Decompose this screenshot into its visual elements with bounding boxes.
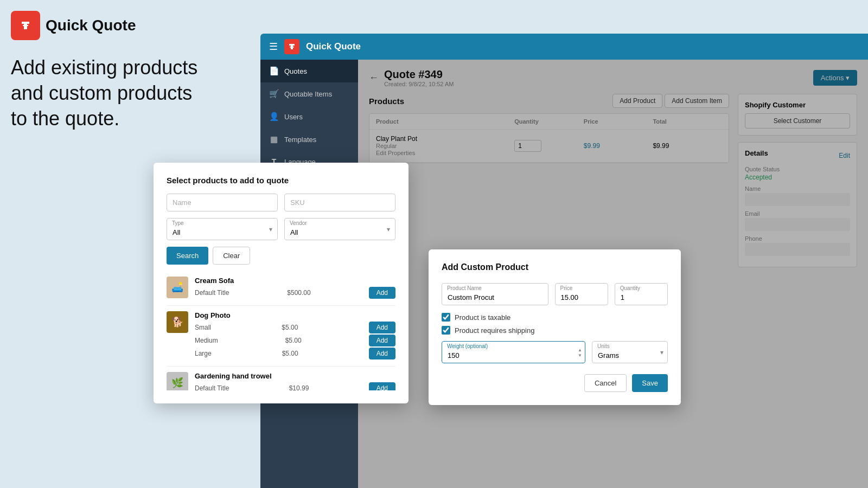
variant-row: Default Title $10.99 Add: [195, 382, 395, 390]
cancel-button[interactable]: Cancel: [584, 374, 627, 392]
product-name-field: Product Name: [442, 283, 548, 305]
clear-button[interactable]: Clear: [213, 247, 250, 265]
list-item: 🛋️ Cream Sofa Default Title $500.00 Add: [167, 271, 395, 306]
brand-tagline: Add existing products and custom product…: [11, 55, 197, 131]
variant-row-small: Small $5.00 Add: [195, 322, 395, 333]
variant-price: $5.00: [282, 324, 298, 331]
vendor-label: Vendor: [290, 220, 307, 226]
sidebar-item-label: Quotes: [284, 67, 307, 75]
custom-modal-title: Add Custom Product: [442, 262, 668, 272]
units-field: Units Grams Kilograms Pounds Ounces ▾: [592, 341, 668, 363]
list-item: 🐕 Dog Photo Small $5.00 Add Medium $5.00…: [167, 306, 395, 367]
weight-row: Weight (optional) ▲ ▼ Units Grams Kilogr…: [442, 341, 668, 363]
add-custom-product-modal: Add Custom Product Product Name Price Qu…: [429, 249, 681, 405]
taxable-checkbox-row: Product is taxable: [442, 313, 668, 322]
units-label: Units: [597, 343, 610, 349]
price-input[interactable]: [555, 283, 608, 305]
search-buttons-row: Search Clear: [167, 247, 395, 265]
add-small-button[interactable]: Add: [369, 322, 395, 333]
variant-row-large: Large $5.00 Add: [195, 348, 395, 359]
sku-input[interactable]: [284, 194, 395, 211]
product-thumbnail: 🌿: [167, 372, 188, 390]
search-form-row-1: [167, 194, 395, 211]
quantity-field: Quantity: [615, 283, 668, 305]
variant-name: Default Title: [195, 289, 229, 297]
svg-rect-1: [23, 25, 28, 26]
taxable-label: Product is taxable: [455, 313, 510, 322]
shipping-checkbox-row: Product requires shipping: [442, 326, 668, 335]
product-name-input[interactable]: [442, 283, 548, 305]
weight-arrows: ▲ ▼: [578, 347, 582, 357]
modal-footer: Cancel Save: [442, 374, 668, 392]
variant-name: Large: [195, 350, 212, 357]
sidebar-item-templates[interactable]: ▦ Templates: [260, 128, 358, 151]
sidebar-item-quotable-items[interactable]: 🛒 Quotable Items: [260, 82, 358, 105]
add-large-button[interactable]: Add: [369, 348, 395, 359]
brand-title: Quick Quote: [46, 17, 136, 34]
requires-shipping-label: Product requires shipping: [455, 326, 534, 335]
custom-form-row-1: Product Name Price Quantity: [442, 283, 668, 305]
product-info: Cream Sofa Default Title $500.00 Add: [195, 277, 395, 300]
search-button[interactable]: Search: [167, 247, 208, 265]
brand-icon: [11, 11, 40, 40]
variant-name: Small: [195, 324, 211, 331]
brand-area: Quick Quote Add existing products and cu…: [11, 11, 197, 131]
variant-name: Medium: [195, 337, 218, 344]
type-label: Type: [172, 220, 184, 226]
variant-row: Default Title $500.00 Add: [195, 287, 395, 299]
vendor-select-wrap: Vendor All ▾: [284, 218, 395, 240]
product-thumbnail: 🛋️: [167, 277, 188, 298]
search-form-row-2: Type All ▾ Vendor All ▾: [167, 218, 395, 240]
product-list: 🛋️ Cream Sofa Default Title $500.00 Add …: [167, 271, 395, 390]
taxable-checkbox[interactable]: [442, 313, 450, 322]
brand-logo: Quick Quote: [11, 11, 197, 40]
templates-icon: ▦: [269, 134, 279, 144]
svg-rect-3: [290, 47, 294, 48]
save-button[interactable]: Save: [632, 374, 668, 392]
product-info: Gardening hand trowel Default Title $10.…: [195, 372, 395, 390]
variant-price: $5.00: [285, 337, 302, 344]
weight-label: Weight (optional): [447, 343, 488, 349]
name-field-wrap: [167, 194, 278, 211]
variant-price: $500.00: [287, 289, 310, 297]
variant-price: $10.99: [289, 384, 309, 390]
list-item: 🌿 Gardening hand trowel Default Title $1…: [167, 367, 395, 390]
quotes-icon: 📄: [269, 66, 279, 76]
name-input[interactable]: [167, 194, 278, 211]
hamburger-icon[interactable]: ☰: [269, 41, 278, 53]
weight-field: Weight (optional) ▲ ▼: [442, 341, 585, 363]
sidebar-item-quotes[interactable]: 📄 Quotes: [260, 60, 358, 82]
variant-name: Default Title: [195, 384, 229, 390]
product-list-name: Dog Photo: [195, 311, 395, 319]
price-field: Price: [555, 283, 608, 305]
add-trowel-button[interactable]: Add: [369, 382, 395, 390]
variant-price: $5.00: [282, 350, 298, 357]
product-list-name: Cream Sofa: [195, 277, 395, 285]
variant-row-medium: Medium $5.00 Add: [195, 335, 395, 346]
type-select-wrap: Type All ▾: [167, 218, 278, 240]
add-medium-button[interactable]: Add: [369, 335, 395, 346]
quantity-input[interactable]: [615, 283, 668, 305]
sidebar-item-label: Templates: [284, 136, 316, 144]
product-list-name: Gardening hand trowel: [195, 372, 395, 380]
header-logo: [284, 39, 299, 54]
requires-shipping-checkbox[interactable]: [442, 326, 450, 335]
sku-field-wrap: [284, 194, 395, 211]
select-products-title: Select products to add to quote: [167, 176, 395, 185]
product-info: Dog Photo Small $5.00 Add Medium $5.00 A…: [195, 311, 395, 361]
header-app-title: Quick Quote: [306, 41, 361, 52]
sidebar-item-label: Quotable Items: [284, 90, 332, 98]
add-variant-button[interactable]: Add: [369, 287, 395, 299]
product-thumbnail: 🐕: [167, 311, 188, 333]
app-header: ☰ Quick Quote: [260, 34, 868, 60]
cart-icon: 🛒: [269, 89, 279, 99]
sidebar-item-label: Users: [284, 113, 303, 121]
users-icon: 👤: [269, 112, 279, 121]
select-products-modal: Select products to add to quote Type All…: [154, 163, 409, 403]
sidebar-item-users[interactable]: 👤 Users: [260, 105, 358, 128]
